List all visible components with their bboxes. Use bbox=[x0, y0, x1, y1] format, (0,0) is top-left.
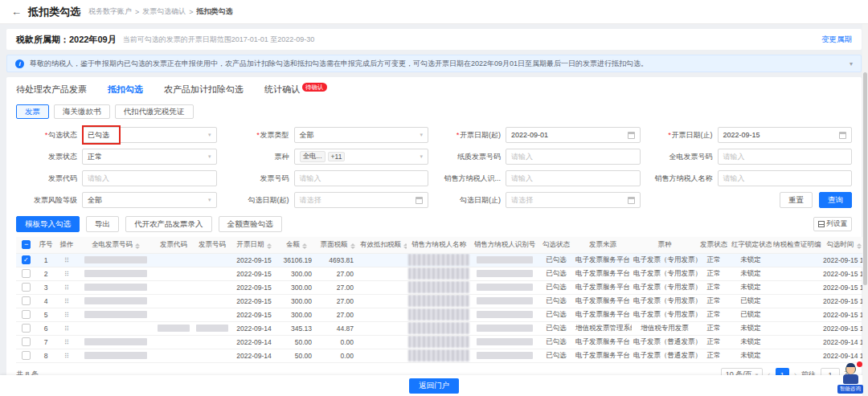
select-发票状态[interactable]: 正常▾ bbox=[82, 149, 217, 165]
sort-icon[interactable] bbox=[350, 243, 355, 249]
row-checkbox-cell[interactable] bbox=[16, 280, 35, 294]
row-checkbox[interactable] bbox=[22, 283, 31, 292]
breadcrumb-item[interactable]: 税务数字账户 bbox=[88, 6, 132, 17]
assistant-mascot[interactable]: 智能咨询 bbox=[837, 364, 863, 394]
row-checkbox[interactable] bbox=[22, 296, 31, 305]
select-勾选日期(起)[interactable]: 请选择 bbox=[294, 192, 429, 208]
row-action-cell[interactable]: ⠿ bbox=[56, 308, 77, 321]
page-scrollbar[interactable] bbox=[862, 24, 868, 396]
search-button[interactable]: 查询 bbox=[819, 192, 852, 208]
column-header-有效抵扣税额[interactable]: 有效抵扣税额 bbox=[358, 237, 407, 253]
sort-icon[interactable] bbox=[135, 243, 140, 249]
row-checkbox[interactable] bbox=[22, 337, 31, 346]
row-action-cell[interactable]: ⠿ bbox=[56, 349, 77, 362]
check-time: 2022-09-14 1... bbox=[821, 335, 866, 349]
select-发票类型[interactable]: 全部▾ bbox=[294, 127, 429, 143]
seller-name bbox=[407, 280, 471, 294]
table-row: 1⠿2022-09-1536106.194693.81已勾选电子发票服务平台电子… bbox=[16, 253, 868, 267]
row-action-cell[interactable]: ⠿ bbox=[56, 335, 77, 349]
row-checkbox-cell[interactable] bbox=[16, 294, 35, 308]
tab-待处理农产品发票[interactable]: 待处理农产品发票 bbox=[16, 84, 87, 96]
sort-icon[interactable] bbox=[302, 243, 307, 249]
reset-button[interactable]: 重置 bbox=[780, 192, 813, 208]
detail-icon[interactable]: ⠿ bbox=[64, 339, 69, 346]
row-checkbox-cell[interactable] bbox=[16, 267, 35, 280]
subtab-海关缴款书[interactable]: 海关缴款书 bbox=[54, 104, 110, 119]
subtab-发票[interactable]: 发票 bbox=[16, 104, 49, 119]
detail-icon[interactable]: ⠿ bbox=[64, 312, 69, 319]
column-header-select[interactable] bbox=[16, 237, 35, 253]
return-portal-button[interactable]: 返回门户 bbox=[409, 378, 459, 394]
detail-icon[interactable]: ⠿ bbox=[64, 284, 69, 292]
sort-icon[interactable] bbox=[403, 243, 407, 249]
row-checkbox-cell[interactable] bbox=[16, 335, 35, 349]
detail-icon[interactable]: ⠿ bbox=[64, 298, 69, 305]
invoice-source: 电子发票服务平台 bbox=[574, 308, 632, 321]
tab-统计确认[interactable]: 统计确认待确认 bbox=[264, 84, 327, 96]
row-action-cell[interactable]: ⠿ bbox=[56, 321, 77, 335]
row-checkbox[interactable] bbox=[22, 269, 31, 278]
tab-农产品加计扣除勾选[interactable]: 农产品加计扣除勾选 bbox=[164, 84, 244, 96]
sort-icon[interactable] bbox=[857, 243, 862, 249]
row-action-cell[interactable]: ⠿ bbox=[56, 253, 77, 267]
scrollbar-thumb[interactable] bbox=[863, 72, 867, 285]
row-action-cell[interactable]: ⠿ bbox=[56, 267, 77, 280]
column-header-票面税额[interactable]: 票面税额 bbox=[317, 237, 358, 253]
row-checkbox[interactable] bbox=[22, 310, 31, 319]
input-销售方纳税人识...[interactable]: 请输入 bbox=[506, 170, 641, 186]
select-开票日期(起)[interactable]: 2022-09-01 bbox=[506, 127, 641, 143]
subtab-代扣代缴完税凭证[interactable]: 代扣代缴完税凭证 bbox=[115, 104, 194, 119]
select-票种[interactable]: 全电...+11▾ bbox=[294, 149, 429, 165]
select-all-checkbox[interactable] bbox=[22, 240, 31, 249]
input-销售方纳税人名称[interactable]: 请输入 bbox=[718, 170, 853, 186]
invoice-kind: 电子发票（专用发票） bbox=[632, 308, 698, 321]
input-全电发票号码[interactable]: 请输入 bbox=[718, 149, 853, 165]
select-开票日期(止)[interactable]: 2022-09-15 bbox=[718, 127, 853, 143]
input-发票号码[interactable]: 请输入 bbox=[294, 170, 429, 186]
invoice-code bbox=[154, 308, 193, 321]
check-time: 2022-09-15 1... bbox=[821, 253, 866, 267]
column-header-勾选时间[interactable]: 勾选时间 bbox=[821, 237, 866, 253]
filter-field-销售方纳税人名称: 销售方纳税人名称请输入 bbox=[652, 170, 853, 186]
row-checkbox-cell[interactable] bbox=[16, 349, 35, 362]
row-checkbox[interactable] bbox=[22, 351, 31, 360]
tab-抵扣勾选[interactable]: 抵扣勾选 bbox=[108, 84, 143, 96]
banner-collapse-icon[interactable]: ▾ bbox=[850, 60, 853, 67]
grid-icon bbox=[818, 221, 825, 227]
toolbar-button-导出[interactable]: 导出 bbox=[86, 216, 119, 232]
tax-amount: 27.00 bbox=[317, 308, 358, 321]
row-checkbox-cell[interactable] bbox=[16, 321, 35, 335]
breadcrumb-item[interactable]: 发票勾选确认 bbox=[142, 6, 186, 17]
tab-label: 抵扣勾选 bbox=[108, 84, 143, 94]
column-settings-button[interactable]: 列设置 bbox=[813, 217, 853, 231]
select-发票风险等级[interactable]: 全部▾ bbox=[82, 192, 217, 208]
row-checkbox[interactable] bbox=[22, 324, 31, 333]
row-checkbox-cell[interactable] bbox=[16, 308, 35, 321]
column-header-金额[interactable]: 金额 bbox=[276, 237, 317, 253]
toolbar-button-全额查验勾选[interactable]: 全额查验勾选 bbox=[219, 216, 282, 232]
column-header-操作: 操作 bbox=[56, 237, 77, 253]
detail-icon[interactable]: ⠿ bbox=[64, 325, 69, 333]
detail-icon[interactable]: ⠿ bbox=[64, 353, 69, 360]
filter-label: *勾选状态 bbox=[16, 130, 82, 141]
change-period-link[interactable]: 变更属期 bbox=[821, 35, 852, 45]
select-value: 正常 bbox=[88, 152, 102, 162]
row-action-cell[interactable]: ⠿ bbox=[56, 280, 77, 294]
detail-icon[interactable]: ⠿ bbox=[64, 257, 69, 264]
row-index: 2 bbox=[35, 267, 56, 280]
select-勾选状态[interactable]: 已勾选▾ bbox=[82, 127, 217, 143]
toolbar-button-代开农产品发票录入[interactable]: 代开农产品发票录入 bbox=[125, 216, 212, 232]
redacted-value bbox=[84, 270, 147, 277]
sort-icon[interactable] bbox=[267, 243, 272, 249]
toolbar-button-模板导入勾选[interactable]: 模板导入勾选 bbox=[16, 216, 80, 232]
row-checkbox-cell[interactable] bbox=[16, 253, 35, 267]
back-arrow-icon[interactable]: ← bbox=[11, 6, 22, 18]
input-纸质发票号码[interactable]: 请输入 bbox=[506, 149, 641, 165]
row-checkbox[interactable] bbox=[22, 255, 31, 264]
row-action-cell[interactable]: ⠿ bbox=[56, 294, 77, 308]
detail-icon[interactable]: ⠿ bbox=[64, 271, 69, 278]
column-header-全电发票号码[interactable]: 全电发票号码 bbox=[77, 237, 154, 253]
column-header-开票日期[interactable]: 开票日期 bbox=[231, 237, 276, 253]
input-发票代码[interactable]: 请输入 bbox=[82, 170, 217, 186]
select-勾选日期(止)[interactable]: 请选择 bbox=[506, 192, 641, 208]
